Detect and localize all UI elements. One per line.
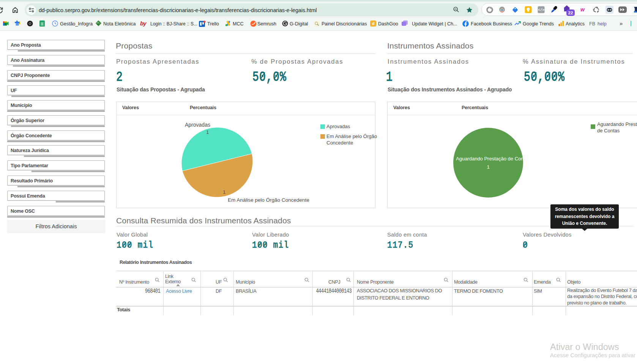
svg-text:d: d [372, 21, 375, 26]
svg-text:w: w [580, 6, 585, 13]
svg-text:</>: </> [538, 8, 544, 12]
svg-text:22: 22 [568, 11, 573, 15]
